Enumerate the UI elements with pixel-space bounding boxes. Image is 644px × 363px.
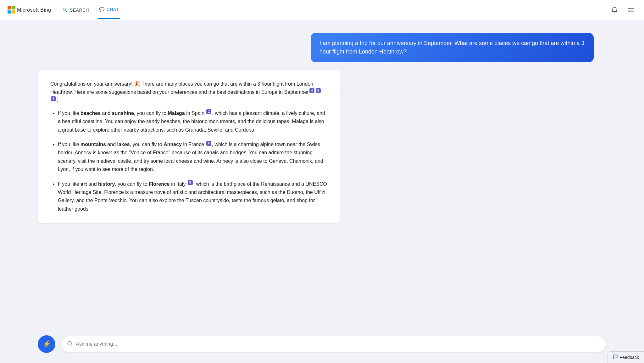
bold-art: art bbox=[80, 181, 87, 187]
list-item: If you like art and history, you can fly… bbox=[58, 180, 327, 213]
ms-logo-icon bbox=[8, 6, 15, 14]
header: Microsoft Bing 🔍 SEARCH 💬 CHAT bbox=[0, 0, 644, 20]
feedback-button[interactable]: Feedback bbox=[608, 351, 644, 363]
chat-nav-icon: 💬 bbox=[99, 7, 105, 12]
feedback-label: Feedback bbox=[620, 355, 639, 360]
bold-history: history bbox=[98, 181, 115, 187]
citation-4b[interactable]: 4 bbox=[206, 141, 211, 146]
nav-chat-label: CHAT bbox=[107, 7, 119, 12]
bing-btn-icon: ⚡ bbox=[42, 340, 51, 348]
chat-text-input[interactable] bbox=[76, 341, 600, 347]
citation-4[interactable]: 4 bbox=[309, 88, 314, 93]
citation-6b[interactable]: 6 bbox=[188, 180, 193, 185]
nav-search-label: SEARCH bbox=[70, 8, 89, 13]
bing-logo-text: Microsoft Bing bbox=[17, 7, 51, 13]
bold-annecy: Annecy bbox=[164, 142, 182, 147]
bold-lakes: lakes bbox=[117, 142, 130, 147]
bing-chat-button[interactable]: ⚡ bbox=[38, 335, 55, 353]
notifications-bell-icon[interactable] bbox=[609, 4, 620, 16]
menu-icon[interactable] bbox=[625, 4, 636, 16]
bold-mountains: mountains bbox=[80, 142, 106, 147]
chat-area: I am planning a trip for our anniversary… bbox=[0, 20, 644, 330]
list-item: If you like beaches and sunshine, you ca… bbox=[58, 109, 327, 134]
bold-beaches: beaches bbox=[80, 111, 101, 116]
logo-area: Microsoft Bing bbox=[8, 6, 51, 14]
search-nav-icon: 🔍 bbox=[62, 8, 68, 13]
chat-input-wrapper[interactable] bbox=[60, 336, 606, 352]
ai-intro-paragraph: Congratulations on your anniversary! 🎉 T… bbox=[50, 80, 327, 104]
input-area: ⚡ bbox=[0, 330, 644, 363]
main-content: I am planning a trip for our anniversary… bbox=[0, 20, 644, 363]
nav-item-search[interactable]: 🔍 SEARCH bbox=[61, 1, 90, 19]
citation-5[interactable]: 5 bbox=[316, 88, 321, 93]
bing-logo[interactable]: Microsoft Bing bbox=[8, 6, 51, 14]
bold-malaga: Malaga bbox=[168, 111, 185, 116]
header-right bbox=[609, 4, 636, 16]
nav-bar: 🔍 SEARCH 💬 CHAT bbox=[61, 1, 609, 19]
chat-input-icon bbox=[67, 341, 73, 348]
suggestions-list: If you like beaches and sunshine, you ca… bbox=[50, 109, 327, 213]
bold-sunshine: sunshine bbox=[112, 111, 134, 116]
nav-item-chat[interactable]: 💬 CHAT bbox=[98, 1, 120, 19]
citation-6[interactable]: 6 bbox=[51, 96, 56, 101]
ai-response-card: Congratulations on your anniversary! 🎉 T… bbox=[38, 70, 340, 223]
user-message-bubble: I am planning a trip for our anniversary… bbox=[311, 33, 594, 62]
feedback-icon bbox=[613, 354, 618, 360]
bold-florence: Florence bbox=[149, 181, 170, 187]
citation-1[interactable]: 1 bbox=[206, 109, 211, 114]
list-item: If you like mountains and lakes, you can… bbox=[58, 140, 327, 174]
user-message-container: I am planning a trip for our anniversary… bbox=[38, 33, 606, 62]
